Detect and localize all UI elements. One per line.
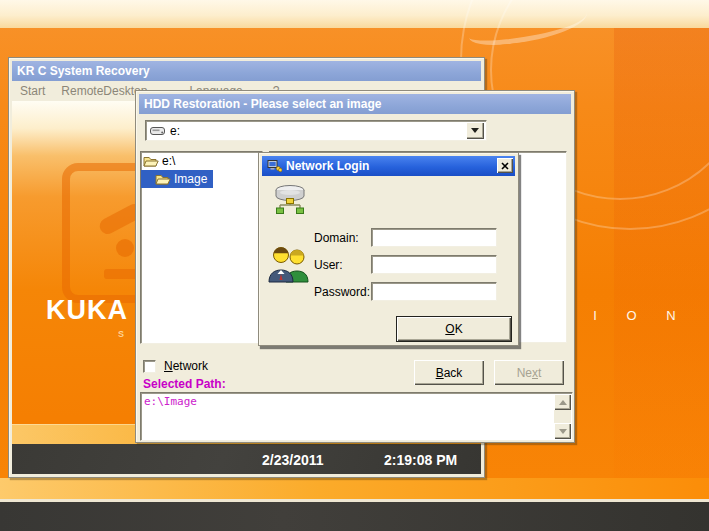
- tree-item-label: e:\: [162, 154, 175, 168]
- path-box-scrollbar[interactable]: [554, 394, 571, 439]
- network-drive-icon: [271, 182, 309, 222]
- kuka-robot-graphic: [116, 239, 134, 257]
- selected-path-value: e:\Image: [144, 395, 197, 408]
- close-icon[interactable]: [497, 158, 513, 173]
- users-icon: [268, 245, 310, 287]
- drive-select-value-area[interactable]: e:: [146, 121, 466, 140]
- domain-label: Domain:: [314, 231, 371, 245]
- back-button[interactable]: Back: [414, 360, 484, 385]
- scroll-up-button[interactable]: [554, 394, 571, 410]
- status-bar: 2/23/2011 2:19:08 PM: [12, 444, 481, 474]
- main-window-titlebar[interactable]: KR C System Recovery: [12, 61, 481, 81]
- open-folder-icon: [155, 172, 171, 186]
- user-field[interactable]: [371, 255, 497, 274]
- network-login-dialog: Network Login: [258, 152, 519, 346]
- login-titlebar[interactable]: Network Login: [262, 156, 515, 176]
- password-label: Password:: [314, 285, 371, 299]
- status-date: 2/23/2011: [262, 452, 324, 468]
- kuka-logo: KUKA: [46, 295, 128, 326]
- domain-row: Domain:: [314, 228, 497, 247]
- triangle-down-icon: [559, 429, 567, 434]
- wallpaper-brand-text-fragment: T I O N: [556, 308, 689, 323]
- ok-button-label: OK: [445, 322, 462, 336]
- next-button-disabled[interactable]: Next: [494, 360, 564, 385]
- password-row: Password:: [314, 282, 497, 301]
- network-checkbox[interactable]: [143, 360, 156, 373]
- drive-select-value: e:: [170, 124, 180, 138]
- network-login-icon: [267, 159, 282, 173]
- login-title: Network Login: [286, 159, 369, 173]
- main-window-title: KR C System Recovery: [17, 64, 150, 78]
- desktop: T I O N KR C System Recovery Start Remot…: [0, 0, 709, 531]
- tree-item-image-selected[interactable]: Image: [141, 170, 213, 188]
- folder-tree[interactable]: e:\ Image: [140, 151, 263, 344]
- back-button-label: Back: [436, 366, 463, 380]
- ok-button[interactable]: OK: [396, 316, 512, 342]
- network-checkbox-label: Network: [164, 359, 208, 373]
- selected-path-label: Selected Path:: [143, 377, 226, 391]
- domain-field[interactable]: [371, 228, 497, 247]
- wallpaper-gold-band: [0, 478, 709, 499]
- hdd-dialog-titlebar[interactable]: HDD Restoration - Please select an image: [139, 94, 571, 114]
- triangle-up-icon: [559, 400, 567, 405]
- tree-item-label: Image: [174, 172, 207, 186]
- hdd-dialog-title: HDD Restoration - Please select an image: [144, 97, 381, 111]
- menu-item-start[interactable]: Start: [12, 82, 53, 100]
- chevron-down-icon: [471, 128, 479, 133]
- user-row: User:: [314, 255, 497, 274]
- wallpaper-bottom-band: [0, 502, 709, 531]
- status-time: 2:19:08 PM: [384, 452, 457, 468]
- selected-path-box[interactable]: e:\Image: [140, 392, 573, 441]
- network-checkbox-row: Network: [143, 359, 208, 373]
- next-button-label: Next: [517, 366, 542, 380]
- tree-item-drive-root[interactable]: e:\: [141, 152, 262, 170]
- scroll-down-button[interactable]: [554, 423, 571, 439]
- password-field[interactable]: [371, 282, 497, 301]
- drive-select-dropdown-button[interactable]: [466, 122, 484, 139]
- open-folder-icon: [143, 154, 159, 168]
- drive-icon: [150, 124, 166, 138]
- drive-select-combobox[interactable]: e:: [145, 120, 487, 141]
- user-label: User:: [314, 258, 371, 272]
